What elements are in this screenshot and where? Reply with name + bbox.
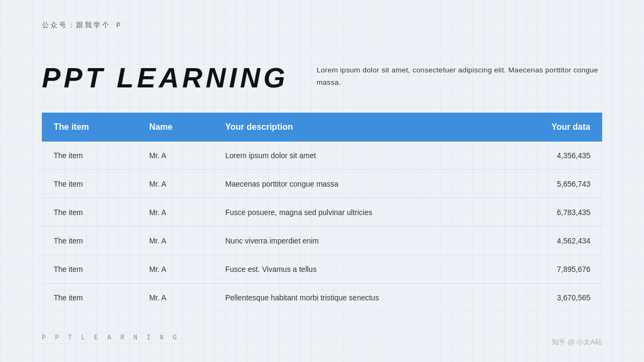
- cell-item: The item: [42, 198, 137, 227]
- cell-name: Mr. A: [137, 198, 214, 227]
- cell-data: 6,783,435: [501, 198, 602, 227]
- cell-name: Mr. A: [137, 170, 214, 198]
- watermark-bottom-right: 知乎 @ 小太A站: [552, 337, 602, 347]
- cell-name: Mr. A: [137, 284, 214, 312]
- cell-data: 5,656,743: [501, 170, 602, 198]
- cell-name: Mr. A: [137, 142, 214, 170]
- cell-item: The item: [42, 142, 137, 170]
- cell-description: Fusce est. Vivamus a tellus: [214, 255, 501, 284]
- cell-data: 4,356,435: [501, 142, 602, 170]
- table-header-row: The item Name Your description Your data: [42, 113, 602, 142]
- cell-item: The item: [42, 284, 137, 312]
- footer-label: P P T L E A R N I N G: [42, 334, 179, 342]
- col-header-item: The item: [42, 113, 137, 142]
- cell-data: 7,895,676: [501, 255, 602, 284]
- cell-description: Nunc viverra imperdiet enim: [214, 227, 501, 255]
- subtitle-text: Lorem ipsum dolor sit amet, consectetuer…: [317, 64, 602, 89]
- table-row: The itemMr. AFusce est. Vivamus a tellus…: [42, 255, 602, 284]
- table-row: The itemMr. APellentesque habitant morbi…: [42, 284, 602, 312]
- data-table: The item Name Your description Your data…: [42, 113, 602, 312]
- cell-item: The item: [42, 170, 137, 198]
- cell-item: The item: [42, 227, 137, 255]
- main-title: PPT LEARNING: [42, 62, 288, 94]
- cell-item: The item: [42, 255, 137, 284]
- table-row: The itemMr. ALorem ipsum dolor sit amet4…: [42, 142, 602, 170]
- page: 公众号：跟我学个 P PPT LEARNING Lorem ipsum dolo…: [0, 0, 644, 362]
- col-header-data: Your data: [501, 113, 602, 142]
- table-row: The itemMr. ANunc viverra imperdiet enim…: [42, 227, 602, 255]
- cell-data: 4,562,434: [501, 227, 602, 255]
- cell-description: Pellentesque habitant morbi tristique se…: [214, 284, 501, 312]
- table-row: The itemMr. AMaecenas porttitor congue m…: [42, 170, 602, 198]
- cell-description: Lorem ipsum dolor sit amet: [214, 142, 501, 170]
- cell-data: 3,670,565: [501, 284, 602, 312]
- cell-description: Maecenas porttitor congue massa: [214, 170, 501, 198]
- data-table-container: The item Name Your description Your data…: [42, 113, 602, 312]
- cell-name: Mr. A: [137, 227, 214, 255]
- table-row: The itemMr. AFusce posuere, magna sed pu…: [42, 198, 602, 227]
- col-header-name: Name: [137, 113, 214, 142]
- col-header-description: Your description: [214, 113, 501, 142]
- cell-description: Fusce posuere, magna sed pulvinar ultric…: [214, 198, 501, 227]
- watermark-top: 公众号：跟我学个 P: [42, 20, 122, 30]
- cell-name: Mr. A: [137, 255, 214, 284]
